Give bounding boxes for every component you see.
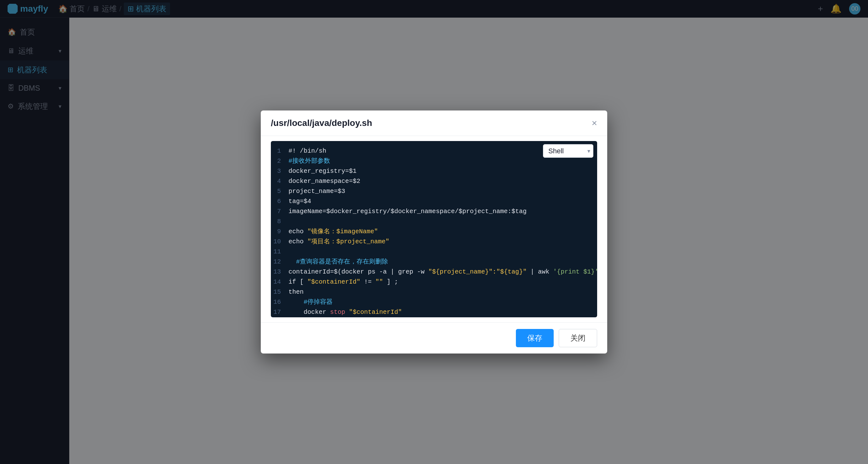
line-number: 4 [271,176,286,186]
code-editor-container: Shell Bash Python JavaScript 1#! /bin/sh… [271,141,597,317]
code-toolbar: Shell Bash Python JavaScript [543,144,593,158]
line-content: docker_namespace=$2 [286,176,597,186]
line-number: 13 [271,267,286,277]
line-number: 6 [271,196,286,206]
modal-header: /usr/local/java/deploy.sh × [261,110,607,136]
modal-footer: 保存 关闭 [261,322,607,354]
line-content: project_name=$3 [286,186,597,196]
line-content: containerId=$(docker ps -a | grep -w "${… [286,267,597,277]
line-content: imageName=$docker_registry/$docker_names… [286,206,597,217]
table-row: 7imageName=$docker_registry/$docker_name… [271,206,597,217]
language-selector[interactable]: Shell Bash Python JavaScript [543,144,593,158]
line-number: 1 [271,146,286,156]
table-row: 3docker_registry=$1 [271,166,597,176]
line-content: docker stop "$containerId" [286,307,597,317]
line-content: if [ "$containerId" != "" ] ; [286,277,597,287]
line-number: 2 [271,156,286,166]
file-editor-modal: /usr/local/java/deploy.sh × Shell Bash P… [261,110,607,354]
line-number: 15 [271,287,286,297]
line-number: 5 [271,186,286,196]
line-number: 16 [271,297,286,307]
line-number: 10 [271,237,286,247]
line-content [286,217,597,227]
line-content [286,247,597,257]
line-content: echo "项目名：$project_name" [286,237,597,247]
table-row: 13containerId=$(docker ps -a | grep -w "… [271,267,597,277]
close-button[interactable]: 关闭 [559,329,597,347]
line-content: then [286,287,597,297]
table-row: 17 docker stop "$containerId" [271,307,597,317]
save-button[interactable]: 保存 [516,329,554,347]
close-icon[interactable]: × [591,119,597,128]
line-number: 14 [271,277,286,287]
line-number: 3 [271,166,286,176]
line-content: echo "镜像名：$imageName" [286,227,597,237]
table-row: 11 [271,247,597,257]
line-number: 17 [271,307,286,317]
table-row: 12 #查询容器是否存在，存在则删除 [271,257,597,267]
table-row: 4docker_namespace=$2 [271,176,597,186]
table-row: 9echo "镜像名：$imageName" [271,227,597,237]
line-content: #停掉容器 [286,297,597,307]
line-content: #查询容器是否存在，存在则删除 [286,257,597,267]
table-row: 16 #停掉容器 [271,297,597,307]
code-editor[interactable]: 1#! /bin/sh2#接收外部参数3docker_registry=$14d… [271,141,597,317]
table-row: 6tag=$4 [271,196,597,206]
language-select-wrapper: Shell Bash Python JavaScript [543,144,593,158]
line-number: 12 [271,257,286,267]
line-content: docker_registry=$1 [286,166,597,176]
line-number: 11 [271,247,286,257]
table-row: 15then [271,287,597,297]
table-row: 14if [ "$containerId" != "" ] ; [271,277,597,287]
line-number: 8 [271,217,286,227]
line-number: 7 [271,206,286,217]
modal-body: Shell Bash Python JavaScript 1#! /bin/sh… [261,136,607,322]
modal-title: /usr/local/java/deploy.sh [271,118,372,128]
table-row: 10echo "项目名：$project_name" [271,237,597,247]
line-number: 9 [271,227,286,237]
table-row: 8 [271,217,597,227]
table-row: 5project_name=$3 [271,186,597,196]
line-content: tag=$4 [286,196,597,206]
